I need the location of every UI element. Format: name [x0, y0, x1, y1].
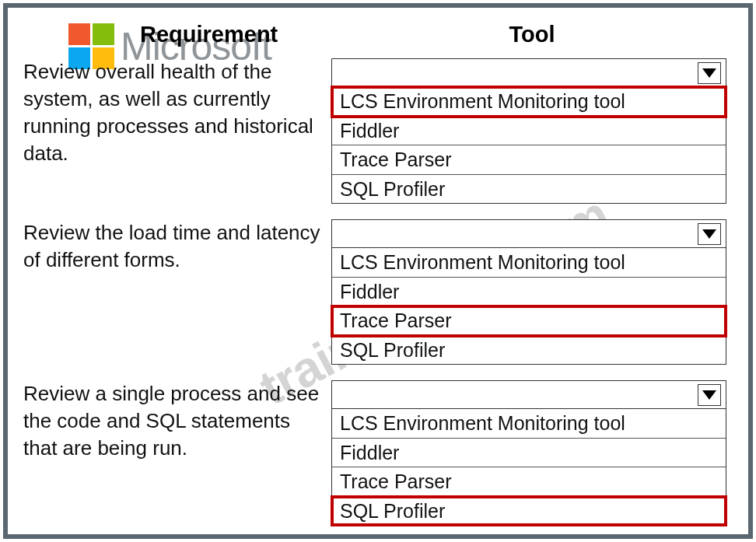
svg-marker-2 [702, 390, 716, 400]
dropdown-option[interactable]: Trace Parser [332, 145, 726, 175]
tool-dropdown[interactable]: LCS Environment Monitoring tool Fiddler … [331, 219, 726, 365]
requirement-text: Review a single process and see the code… [23, 380, 331, 462]
chevron-down-icon[interactable] [698, 384, 721, 406]
tool-dropdown[interactable]: LCS Environment Monitoring tool Fiddler … [331, 58, 726, 204]
header-requirement: Requirement [23, 22, 331, 58]
requirement-text: Review the load time and latency of diff… [23, 219, 331, 274]
dropdown-option[interactable]: SQL Profiler [332, 336, 726, 365]
dropdown-header[interactable] [332, 381, 726, 409]
dropdown-option[interactable]: SQL Profiler [332, 175, 726, 204]
header-row: Requirement Tool [23, 22, 733, 58]
table-row: Review the load time and latency of diff… [23, 219, 733, 365]
main-frame: Microsoft trainingquiz.com Requirement T… [3, 3, 753, 539]
dropdown-header[interactable] [332, 220, 726, 248]
dropdown-option[interactable]: Trace Parser [332, 467, 726, 497]
dropdown-option[interactable]: LCS Environment Monitoring tool [332, 248, 726, 278]
dropdown-option[interactable]: LCS Environment Monitoring tool [332, 87, 726, 117]
dropdown-option[interactable]: Fiddler [332, 439, 726, 468]
dropdown-list: LCS Environment Monitoring tool Fiddler … [332, 409, 726, 525]
dropdown-option[interactable]: LCS Environment Monitoring tool [332, 409, 726, 439]
dropdown-option[interactable]: SQL Profiler [332, 497, 726, 526]
header-tool: Tool [331, 22, 733, 58]
dropdown-option[interactable]: Trace Parser [332, 306, 726, 336]
chevron-down-icon[interactable] [698, 223, 721, 245]
chevron-down-icon[interactable] [698, 62, 721, 84]
table-row: Review a single process and see the code… [23, 380, 733, 526]
dropdown-option[interactable]: Fiddler [332, 278, 726, 307]
rows-container: Review overall health of the system, as … [23, 58, 733, 526]
content-area: Requirement Tool Review overall health o… [8, 8, 748, 526]
dropdown-header[interactable] [332, 59, 726, 87]
svg-marker-0 [702, 68, 716, 78]
dropdown-list: LCS Environment Monitoring tool Fiddler … [332, 248, 726, 364]
dropdown-option[interactable]: Fiddler [332, 117, 726, 146]
table-row: Review overall health of the system, as … [23, 58, 733, 204]
tool-dropdown[interactable]: LCS Environment Monitoring tool Fiddler … [331, 380, 726, 526]
requirement-text: Review overall health of the system, as … [23, 58, 331, 167]
svg-marker-1 [702, 229, 716, 239]
dropdown-list: LCS Environment Monitoring tool Fiddler … [332, 87, 726, 203]
